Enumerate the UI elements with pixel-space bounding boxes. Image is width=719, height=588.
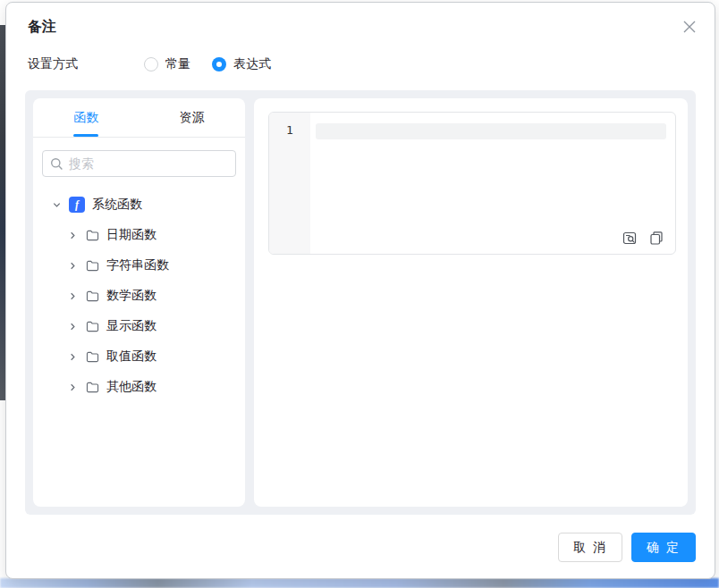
setting-mode-label: 设置方式 <box>28 56 78 72</box>
tree-item[interactable]: 取值函数 <box>33 341 245 372</box>
tree-item[interactable]: 显示函数 <box>33 311 245 341</box>
radio-option-constant[interactable]: 常量 <box>144 56 190 72</box>
tree-item[interactable]: 字符串函数 <box>33 250 245 281</box>
close-icon <box>682 20 697 34</box>
folder-icon <box>85 258 99 273</box>
folder-icon <box>85 289 99 303</box>
radio-label: 常量 <box>165 56 190 72</box>
dialog-title: 备注 <box>28 18 56 37</box>
background-page-bottom-edge <box>0 578 719 588</box>
confirm-button[interactable]: 确 定 <box>631 533 696 562</box>
setting-mode-row: 设置方式 常量 表达式 <box>28 56 292 72</box>
line-number: 1 <box>286 123 293 137</box>
search-input[interactable] <box>69 156 228 171</box>
tree-item-label: 其他函数 <box>106 379 156 395</box>
radio-option-expression[interactable]: 表达式 <box>212 56 271 72</box>
remark-dialog: 备注 设置方式 常量 表达式 函数 资源 <box>5 2 715 579</box>
function-resource-panel: 函数 资源 f 系统函数 <box>33 98 245 507</box>
tree-item-system-functions[interactable]: f 系统函数 <box>33 189 245 220</box>
tree-item[interactable]: 数学函数 <box>33 281 245 311</box>
dialog-footer: 取 消 确 定 <box>558 533 696 562</box>
tree-item[interactable]: 日期函数 <box>33 220 245 250</box>
tab-functions[interactable]: 函数 <box>33 98 140 137</box>
copy-icon[interactable] <box>648 230 664 246</box>
panels-container: 函数 资源 f 系统函数 <box>25 90 696 515</box>
line-number-gutter: 1 <box>269 113 310 254</box>
function-f-icon: f <box>69 197 85 213</box>
tree-item-label: 数学函数 <box>106 288 156 304</box>
radio-circle-icon <box>144 57 158 71</box>
preview-search-icon[interactable] <box>622 230 638 246</box>
tab-resources[interactable]: 资源 <box>140 98 246 137</box>
radio-label: 表达式 <box>233 56 271 72</box>
tree-item-label: 系统函数 <box>92 197 142 213</box>
code-area[interactable] <box>310 113 675 254</box>
tree-item-label: 字符串函数 <box>106 257 169 273</box>
tab-bar: 函数 资源 <box>33 98 245 138</box>
tab-label: 资源 <box>180 110 205 126</box>
folder-icon <box>85 228 99 242</box>
cancel-button[interactable]: 取 消 <box>558 533 622 562</box>
chevron-right-icon[interactable] <box>65 289 80 303</box>
active-line-highlight <box>316 123 666 139</box>
function-tree: f 系统函数 日期函数字符串函数数学函数显示函数取值函数其他函数 <box>33 181 245 402</box>
editor-toolbar <box>622 230 664 246</box>
tree-children: 日期函数字符串函数数学函数显示函数取值函数其他函数 <box>33 220 245 402</box>
chevron-right-icon[interactable] <box>65 349 80 364</box>
folder-icon <box>85 349 99 364</box>
folder-icon <box>85 380 99 394</box>
search-box[interactable] <box>42 150 236 177</box>
expression-editor[interactable]: 1 <box>268 112 676 255</box>
tree-item-label: 显示函数 <box>106 318 156 334</box>
chevron-right-icon[interactable] <box>65 380 80 394</box>
search-icon <box>50 157 63 171</box>
radio-circle-icon <box>212 57 226 71</box>
chevron-right-icon[interactable] <box>65 258 80 273</box>
chevron-right-icon[interactable] <box>65 228 80 242</box>
tree-item-label: 取值函数 <box>106 349 156 365</box>
tab-label: 函数 <box>73 110 98 126</box>
tree-item-label: 日期函数 <box>106 227 156 243</box>
chevron-down-icon[interactable] <box>49 197 63 212</box>
chevron-right-icon[interactable] <box>65 319 80 333</box>
expression-panel: 1 <box>254 98 688 507</box>
tree-item[interactable]: 其他函数 <box>33 372 245 402</box>
folder-icon <box>85 319 99 333</box>
close-button[interactable] <box>677 14 702 39</box>
